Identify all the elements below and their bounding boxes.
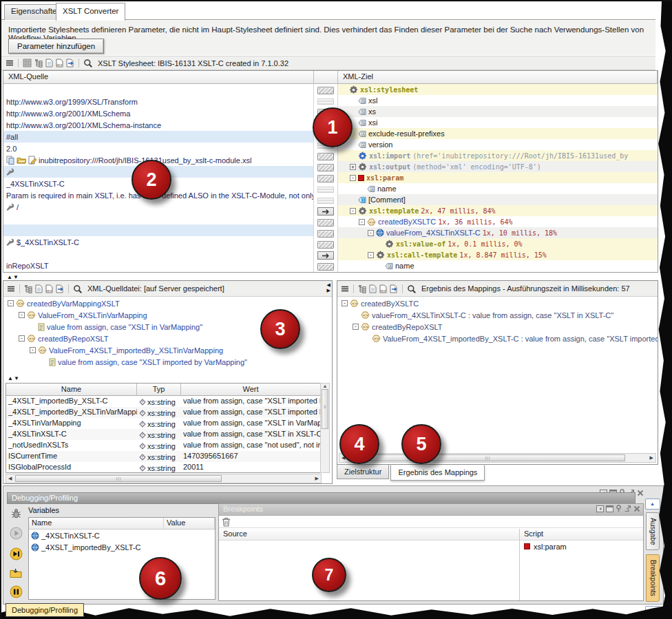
mapping-button[interactable] xyxy=(317,175,334,182)
mapping-button[interactable] xyxy=(317,230,334,238)
variables-table-row[interactable]: _4XSLT_importedBy_XSLTinVarMappingTxs:st… xyxy=(6,407,321,418)
table-vertical-scrollbar[interactable]: ▲≡ xyxy=(320,383,330,473)
mapping-button[interactable] xyxy=(317,153,334,160)
maximize-window-button[interactable] xyxy=(606,505,613,514)
side-tab-ausgabe[interactable]: Ausgabe xyxy=(646,512,660,550)
magnifier-icon[interactable] xyxy=(83,59,92,67)
tree-structure-icon[interactable] xyxy=(34,59,43,67)
tree-node-row[interactable]: value from assign, case "XSLT imported b… xyxy=(3,356,332,368)
collapse-icon[interactable]: - xyxy=(350,208,356,214)
hamburger-menu-icon[interactable] xyxy=(341,285,349,293)
document-icon[interactable] xyxy=(369,284,377,293)
hamburger-menu-icon[interactable] xyxy=(6,59,14,67)
xml-source-row[interactable]: http://www.w3.org/2001/XMLSchema-instanc… xyxy=(3,119,313,131)
hamburger-menu-icon[interactable] xyxy=(7,285,15,293)
xml-target-row[interactable]: -xsl:template2x, 47 millis, 84% xyxy=(338,205,658,216)
variables-table-row[interactable]: _4XSLTinXSLT-CTxs:stringvalue from assig… xyxy=(6,429,321,440)
float-window-button[interactable] xyxy=(624,505,631,514)
xml-source-row[interactable]: http://www.w3.org/1999/XSL/Transform xyxy=(3,96,313,107)
mapping-arrow-button[interactable] xyxy=(317,251,334,260)
xml-target-row[interactable]: xsl:stylesheet xyxy=(338,84,658,95)
xml-target-row[interactable]: -<>createdByXSLTC1x, 36 millis, 64% xyxy=(338,216,658,227)
magnifier-icon[interactable] xyxy=(407,284,416,293)
table-horizontal-scrollbar[interactable]: ◀|||▶ xyxy=(6,474,322,483)
col-header-wert[interactable]: Wert xyxy=(181,384,321,396)
xml-target-row[interactable]: Nxsi xyxy=(338,117,658,128)
xml-target-row[interactable]: Aversion xyxy=(338,139,658,150)
close-window-button[interactable] xyxy=(633,505,640,514)
debugging-title-bar[interactable]: Debugging/Profiling xyxy=(7,492,636,504)
pin-window-button[interactable] xyxy=(616,505,622,514)
xml-target-row[interactable]: Aname xyxy=(338,260,658,271)
dock-window-button[interactable] xyxy=(596,505,604,514)
mapping-button[interactable] xyxy=(317,241,334,249)
document-hex-icon[interactable]: HEX xyxy=(45,284,53,293)
xml-source-row[interactable] xyxy=(3,84,313,96)
collapse-icon[interactable]: - xyxy=(30,347,36,353)
variables-table-row[interactable]: ISCurrentTimeTxs:string1470395651667 xyxy=(6,451,321,462)
xml-target-row[interactable]: xsl:value-of1x, 0.1 millis, 0% xyxy=(338,238,658,249)
collapse-icon[interactable]: - xyxy=(8,300,14,306)
close-window-button[interactable] xyxy=(637,487,644,499)
debug-col-name[interactable]: Name xyxy=(29,518,164,529)
document-icon[interactable] xyxy=(45,59,53,67)
tab-zielstruktur[interactable]: Zielstruktur xyxy=(337,465,389,479)
run-button[interactable] xyxy=(10,527,23,543)
col-header-name[interactable]: Name xyxy=(6,384,137,396)
source-column-header[interactable]: XML-Quelle xyxy=(3,71,314,84)
tab-ergebnis-des-mappings[interactable]: Ergebnis des Mappings xyxy=(390,465,485,481)
tree-node-row[interactable]: -<>createdByVarMappingXSLT xyxy=(3,297,332,309)
side-scroll-up-button[interactable]: ▲ xyxy=(645,499,660,510)
tree-structure-icon[interactable] xyxy=(24,284,32,293)
collapse-icon[interactable]: - xyxy=(19,335,25,342)
tree-structure-icon[interactable] xyxy=(358,284,366,293)
panel-collapse-arrows[interactable]: ◀▶ xyxy=(327,282,330,293)
mapping-button[interactable] xyxy=(317,263,334,271)
xml-target-row[interactable]: Aname xyxy=(338,183,658,194)
bp-col-header-script[interactable]: Script xyxy=(520,529,643,541)
xml-source-row[interactable]: http://www.w3.org/2001/XMLSchema xyxy=(3,107,313,119)
xml-source-row[interactable] xyxy=(3,213,313,224)
document-export-icon[interactable] xyxy=(56,284,64,293)
xml-source-row[interactable]: inRepoXSLT xyxy=(3,260,313,271)
xml-source-row[interactable]: $_4XSLTinXSLT-C xyxy=(3,236,313,248)
debug-variable-row[interactable]: _4XSLT_importedBy_XSLT-C xyxy=(29,541,215,553)
xml-source-row[interactable] xyxy=(3,248,313,260)
splitter-handle-top[interactable]: ▲▼ xyxy=(7,274,19,280)
xml-source-row[interactable]: / xyxy=(3,201,313,213)
bp-col-header-source[interactable]: Source xyxy=(219,529,519,541)
xml-source-row[interactable]: 2.0 xyxy=(3,143,313,154)
xml-source-row[interactable]: #all xyxy=(3,131,313,143)
col-header-typ[interactable]: Typ xyxy=(137,384,181,396)
tree-node-row[interactable]: -<>createdByXSLTC xyxy=(337,297,658,309)
pause-button[interactable] xyxy=(10,585,23,601)
variables-table-row[interactable]: ISGlobalProcessIdTxs:string20011 xyxy=(6,462,321,473)
document-export-icon[interactable] xyxy=(66,59,74,67)
result-horizontal-scrollbar[interactable]: ◀|||▶ xyxy=(339,453,656,463)
xml-target-row[interactable]: -valueFrom_4XSLTinXSLT-C1x, 10 millis, 1… xyxy=(338,227,658,238)
variables-table-row[interactable]: _4XSLT_importedBy_XSLT-CTxs:stringvalue … xyxy=(6,396,321,407)
mapping-arrow-button[interactable] xyxy=(317,207,334,216)
collapse-icon[interactable]: - xyxy=(359,219,365,225)
variables-table-row[interactable]: _notUsedInXSLTsTxs:stringvalue from assi… xyxy=(6,440,321,451)
document-icon[interactable] xyxy=(35,284,43,293)
tree-node-row[interactable]: <>ValueFrom_4XSLT_importedBy_XSLT-C : va… xyxy=(337,333,658,344)
mapping-button[interactable] xyxy=(317,87,334,94)
xml-source-row[interactable] xyxy=(3,224,313,236)
expand-icon[interactable]: + xyxy=(350,164,356,170)
mapping-button[interactable] xyxy=(317,219,334,227)
debug-variable-row[interactable]: _4XSLTinXSLT-C xyxy=(29,529,215,541)
document-export-icon[interactable] xyxy=(390,284,398,293)
collapse-icon[interactable]: - xyxy=(353,324,359,330)
magnifier-icon[interactable] xyxy=(73,284,82,293)
tree-node-row[interactable]: -<>createdByRepoXSLT xyxy=(337,321,658,333)
xml-target-row[interactable]: -xsl:param xyxy=(338,172,658,183)
xml-target-row[interactable]: Aexclude-result-prefixes xyxy=(338,128,658,139)
xml-target-row[interactable]: Nxs xyxy=(338,106,658,117)
breakpoint-item[interactable]: xsl:param xyxy=(520,541,643,552)
debug-col-value[interactable]: Value xyxy=(164,518,215,529)
variables-table-row[interactable]: _4XSLTinVarMappingTxs:stringvalue from a… xyxy=(6,418,321,429)
mapping-button[interactable] xyxy=(317,164,334,171)
tab-xslt-converter[interactable]: XSLT Converter xyxy=(56,3,125,21)
document-hex-icon[interactable]: HEX xyxy=(379,284,387,293)
